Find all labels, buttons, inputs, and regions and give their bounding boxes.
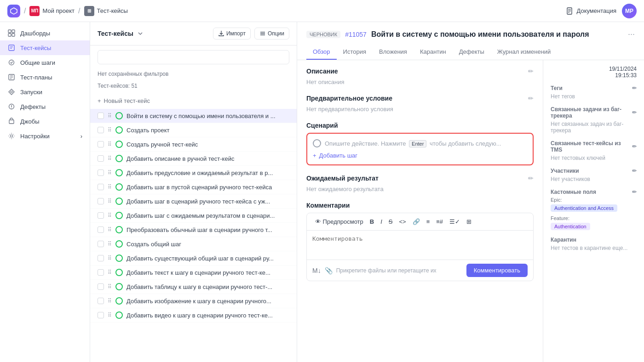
item-text[interactable]: Создать проект [126,127,289,134]
bold-button[interactable]: B [367,217,377,226]
code-button[interactable]: <> [396,217,408,226]
ordered-list-button[interactable]: ≡# [433,217,446,226]
list-item[interactable]: ⠿ Добавить шаг в пустой сценарий ручного… [90,180,297,194]
list-item[interactable]: ⠿ Добавить текст к шагу в сценарии ручно… [90,266,297,280]
item-checkbox[interactable] [98,198,104,204]
linked-tms-edit-icon[interactable]: ✏ [632,143,637,150]
add-step-label: Добавить шаг [319,152,357,159]
precondition-edit-icon[interactable]: ✏ [528,95,534,102]
item-checkbox[interactable] [98,312,104,318]
table-button[interactable]: ⊞ [464,217,474,226]
item-text[interactable]: Добавить изображение к шагу в сценарии р… [126,298,289,305]
item-checkbox[interactable] [98,269,104,276]
tags-edit-icon[interactable]: ✏ [632,85,637,91]
checklist-button[interactable]: ☰✓ [447,217,463,226]
search-input[interactable] [98,50,289,64]
attach-icon[interactable]: 📎 [325,267,333,274]
project-name[interactable]: Мой проект [42,7,75,14]
item-text[interactable]: Добавить таблицу к шагу в сценарии ручно… [126,283,289,290]
item-checkbox[interactable] [98,170,104,176]
step-input[interactable]: Опишите действие. Нажмите Enter чтобы до… [325,140,527,147]
sidebar-item-test-cases[interactable]: Тест-кейсы [0,40,90,55]
list-item[interactable]: ⠿ Добавить изображение к шагу в сценарии… [90,294,297,308]
list-item[interactable]: ⠿ Войти в систему с помощью имени пользо… [90,109,297,123]
item-checkbox[interactable] [98,212,104,219]
item-text[interactable]: Добавить текст к шагу в сценарии ручного… [126,269,289,276]
item-text[interactable]: Создать общий шаг [126,241,289,248]
tab-quarantine[interactable]: Карантин [414,45,453,60]
description-edit-icon[interactable]: ✏ [528,68,534,75]
sidebar-item-dashboards[interactable]: Дашборды [0,26,90,40]
tab-history[interactable]: История [337,45,373,60]
list-item[interactable]: ⠿ Добавить видео к шагу в сценарии ручно… [90,308,297,322]
unordered-list-button[interactable]: ≡ [424,217,433,226]
sidebar-item-jobs[interactable]: Джобы [0,114,90,129]
item-text[interactable]: Добавить шаг в пустой сценарий ручного т… [126,184,289,191]
participants-edit-icon[interactable]: ✏ [632,168,637,174]
item-text[interactable]: Добавить предусловие и ожидаемый результ… [126,170,289,176]
sidebar-item-test-plans[interactable]: Тест-планы [0,70,90,85]
list-item[interactable]: ⠿ Создать ручной тест-кейс [90,137,297,152]
item-text[interactable]: Создать ручной тест-кейс [126,141,289,148]
add-step-plus-icon: + [313,152,316,159]
expected-edit-icon[interactable]: ✏ [528,175,534,182]
item-text[interactable]: Добавить описание в ручной тест-кейс [126,155,289,162]
list-item[interactable]: ⠿ Создать общий шаг [90,237,297,251]
list-item[interactable]: ⠿ Преобразовать обычный шаг в сценарии р… [90,223,297,237]
list-item[interactable]: ⠿ Добавить таблицу к шагу в сценарии руч… [90,280,297,294]
item-text[interactable]: Добавить видео к шагу в сценарии ручного… [126,312,289,319]
tab-attachments[interactable]: Вложения [373,45,414,60]
sidebar-item-defects[interactable]: Дефекты [0,99,90,114]
list-title-chevron[interactable] [137,30,144,37]
italic-button[interactable]: I [378,217,385,226]
user-avatar[interactable]: MP [622,4,637,18]
project-breadcrumb[interactable]: МП Мой проект [29,6,75,16]
more-options-button[interactable]: ··· [628,29,635,39]
item-text[interactable]: Преобразовать обычный шаг в сценарии руч… [126,226,289,233]
strikethrough-button[interactable]: S [386,217,396,226]
item-checkbox[interactable] [98,255,104,261]
item-checkbox[interactable] [98,283,104,290]
test-cases-breadcrumb-label[interactable]: Тест-кейсы [97,7,128,14]
list-item[interactable]: ⠿ Создать проект [90,123,297,137]
sidebar-item-launches[interactable]: Запуски [0,85,90,99]
add-test-case-button[interactable]: + Новый тест-кейс [90,93,297,109]
epic-value[interactable]: Authentication and Access [551,204,617,212]
item-checkbox[interactable] [98,184,104,190]
item-text[interactable]: Войти в систему с помощью имени пользова… [126,113,289,119]
item-text[interactable]: Добавить существующий общий шаг в сценар… [126,255,289,262]
docs-button[interactable]: Документация [566,7,617,15]
item-checkbox[interactable] [98,155,104,162]
feature-value[interactable]: Authentication [551,223,590,230]
import-button[interactable]: Импорт [213,28,251,40]
item-checkbox[interactable] [98,141,104,147]
linked-tms-empty: Нет тестовых ключей [551,155,637,161]
list-item[interactable]: ⠿ Добавить существующий общий шаг в сцен… [90,251,297,266]
item-text[interactable]: Добавить шаг в сценарий ручного тест-кей… [126,198,289,205]
item-text[interactable]: Добавить шаг с ожидаемым результатом в с… [126,212,289,219]
list-item[interactable]: ⠿ Добавить шаг в сценарий ручного тест-к… [90,194,297,209]
test-cases-breadcrumb[interactable]: ⊞ Тест-кейсы [84,6,128,16]
item-checkbox[interactable] [98,298,104,304]
custom-fields-edit-icon[interactable]: ✏ [632,189,637,195]
add-step-button[interactable]: + Добавить шаг [313,152,527,159]
item-checkbox[interactable] [98,226,104,233]
linked-bugs-edit-icon[interactable]: ✏ [632,109,637,116]
list-item[interactable]: ⠿ Добавить описание в ручной тест-кейс [90,152,297,166]
sidebar-item-general-steps[interactable]: Общие шаги [0,55,90,70]
link-button[interactable]: 🔗 [410,217,423,226]
tab-defects[interactable]: Дефекты [453,45,491,60]
item-checkbox[interactable] [98,241,104,247]
tab-overview[interactable]: Обзор [306,45,337,60]
tab-changelog[interactable]: Журнал изменений [491,45,558,60]
preview-toggle-button[interactable]: 👁 Предпросмотр [312,217,366,226]
list-item[interactable]: ⠿ Добавить предусловие и ожидаемый резул… [90,166,297,180]
sidebar-item-settings[interactable]: Настройки › [0,129,90,143]
comment-submit-button[interactable]: Комментировать [466,264,528,277]
item-checkbox[interactable] [98,113,104,119]
comment-input[interactable] [307,231,533,258]
list-item[interactable]: ⠿ Добавить шаг с ожидаемым результатом в… [90,209,297,223]
options-button[interactable]: Опции [254,28,289,40]
list-header-actions: Импорт Опции [213,28,289,40]
item-checkbox[interactable] [98,127,104,133]
